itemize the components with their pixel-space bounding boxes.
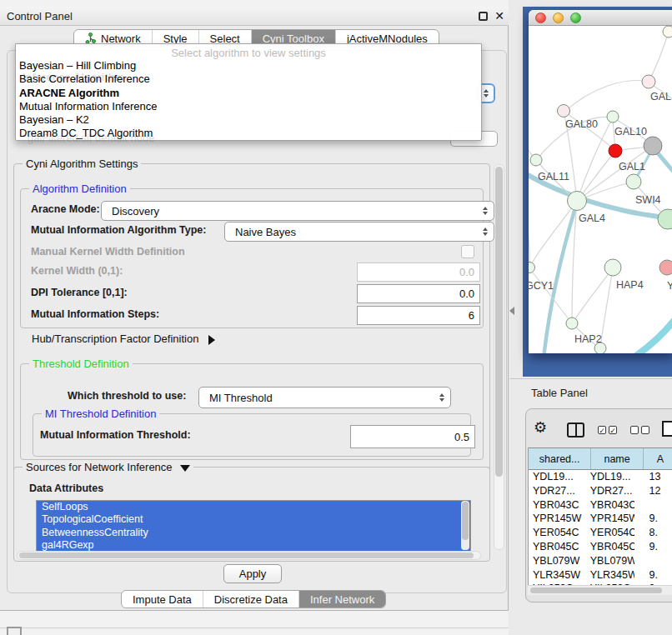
network-edge <box>573 268 613 322</box>
list-scrollbar[interactable] <box>461 501 469 550</box>
deselect-all-checkbox-icon[interactable] <box>641 426 649 434</box>
column-header[interactable]: A <box>644 448 672 469</box>
kernel-width-value: 0.0 <box>459 266 474 278</box>
network-node[interactable] <box>626 174 641 189</box>
table-cell: 12 <box>634 484 672 498</box>
cyni-mode-tabs: Impute DataDiscretize DataInfer Network <box>121 590 386 608</box>
network-node[interactable] <box>566 318 578 329</box>
table-row[interactable]: YPR145WYPR145W9. <box>529 512 672 526</box>
network-node[interactable] <box>604 259 621 276</box>
table-row[interactable]: YER054CYER054C8. <box>529 526 672 540</box>
settings-horizontal-scrollbar[interactable] <box>17 551 481 560</box>
network-node[interactable] <box>659 260 672 275</box>
network-node[interactable] <box>607 111 619 122</box>
splitter-collapse-icon[interactable] <box>509 307 514 315</box>
mi-type-value: Naive Bayes <box>235 226 296 238</box>
new-table-icon[interactable] <box>662 421 672 437</box>
float-window-icon[interactable] <box>479 12 488 21</box>
column-header[interactable]: shared... <box>529 448 591 469</box>
apply-button[interactable]: Apply <box>223 564 282 583</box>
table-panel-titlebar[interactable]: Table Panel <box>509 379 672 406</box>
threshold-definition-group: Threshold Definition Which threshold to … <box>20 363 484 460</box>
sources-title[interactable]: Sources for Network Inference <box>23 461 193 473</box>
network-node[interactable] <box>558 105 570 118</box>
attribute-list-item[interactable]: BetweennessCentrality <box>37 527 470 539</box>
manual-kernel-checkbox[interactable] <box>461 245 474 258</box>
network-node[interactable] <box>644 137 662 155</box>
control-panel-titlebar[interactable]: Control Panel <box>0 7 509 26</box>
column-header[interactable]: name <box>591 448 644 469</box>
table-cell: YBR043C <box>529 498 586 512</box>
node-label: SWI4 <box>635 194 661 206</box>
scrollbar-thumb[interactable] <box>530 588 662 593</box>
settings-vertical-scrollbar[interactable] <box>494 164 504 550</box>
show-columns-icon[interactable] <box>567 422 584 438</box>
network-node[interactable] <box>568 192 587 211</box>
which-threshold-value: MI Threshold <box>209 392 273 404</box>
close-traffic-light-icon[interactable] <box>535 12 546 23</box>
mi-steps-field[interactable]: 6 <box>357 306 480 325</box>
scrollbar-thumb[interactable] <box>19 552 474 558</box>
table-row[interactable]: YDL19...YDL19...13 <box>529 470 672 484</box>
table-row[interactable]: YBL079WYBL079W <box>529 554 672 568</box>
network-edge <box>600 268 613 348</box>
algorithm-option[interactable]: Bayesian – K2 <box>16 113 481 127</box>
mi-type-label: Mutual Information Algorithm Type: <box>31 224 206 236</box>
network-node[interactable] <box>609 144 622 158</box>
table-row[interactable]: YLR345WYLR345W9. <box>529 568 672 582</box>
group-title: Cyni Algorithm Settings <box>23 158 141 170</box>
mi-threshold-field[interactable]: 0.5 <box>350 425 475 448</box>
scrollbar-thumb[interactable] <box>462 502 469 540</box>
hub-definition-toggle[interactable]: Hub/Transcription Factor Definition <box>32 332 215 345</box>
network-edge <box>634 308 672 353</box>
zoom-traffic-light-icon[interactable] <box>570 12 581 23</box>
data-attributes-list[interactable]: SelfLoopsTopologicalCoefficientBetweenne… <box>36 500 471 553</box>
network-node[interactable] <box>529 262 535 273</box>
node-label: GAL4 <box>579 212 605 224</box>
tab-infer-network[interactable]: Infer Network <box>299 591 385 608</box>
mi-threshold-definition-title: MI Threshold Definition <box>42 408 159 420</box>
kernel-width-field[interactable]: 0.0 <box>357 262 480 282</box>
table-cell: YER054C <box>529 526 586 540</box>
tab-label: Discretize Data <box>214 593 288 606</box>
sources-title-label: Sources for Network Inference <box>26 461 173 473</box>
dpi-tolerance-value: 0.0 <box>459 288 474 300</box>
network-node[interactable] <box>530 154 542 166</box>
node-label: Y <box>667 280 672 292</box>
gear-icon[interactable]: ⚙ <box>534 420 547 435</box>
which-threshold-select[interactable]: MI Threshold <box>198 387 451 408</box>
minimize-traffic-light-icon[interactable] <box>553 12 564 23</box>
network-window-titlebar[interactable] <box>529 10 672 26</box>
scrollbar-thumb[interactable] <box>495 167 503 477</box>
algorithm-option[interactable]: ARACNE Algorithm <box>16 87 481 100</box>
attribute-list-item[interactable]: gal4RGexp <box>37 539 470 552</box>
table-row[interactable]: YDR27...YDR27...12 <box>529 484 672 498</box>
aracne-mode-select[interactable]: Discovery <box>101 201 494 221</box>
node-table: shared...nameA YDL19...YDL19...13YDR27..… <box>528 448 672 585</box>
table-horizontal-scrollbar[interactable] <box>528 585 672 595</box>
tab-impute-data[interactable]: Impute Data <box>122 591 203 608</box>
select-all-checkbox-icon[interactable]: ✓ <box>598 426 606 434</box>
network-node[interactable] <box>642 75 655 88</box>
table-row[interactable]: YBR043CYBR043C <box>529 498 672 512</box>
aracne-mode-label: Aracne Mode: <box>31 203 100 215</box>
screen: Control Panel ✕ NetworkStyleSelectCyni T… <box>0 0 672 635</box>
mi-type-select[interactable]: Naive Bayes <box>224 222 494 242</box>
network-node[interactable] <box>658 209 672 229</box>
panel-dock-icon[interactable] <box>7 627 22 635</box>
network-canvas[interactable]: GALGAL80GAL10GAL1GAL11SWI4GAL4GCY1HAP4YH… <box>529 26 672 353</box>
attribute-list-item[interactable]: TopologicalCoefficient <box>37 513 470 526</box>
select-all-checkbox-icon[interactable]: ✓ <box>609 426 617 434</box>
mi-threshold-value: 0.5 <box>454 431 469 443</box>
node-label: HAP4 <box>616 279 644 291</box>
tab-discretize-data[interactable]: Discretize Data <box>203 591 299 608</box>
table-row[interactable]: YBR045CYBR045C9. <box>529 540 672 554</box>
attribute-list-item[interactable]: SelfLoops <box>37 501 470 513</box>
control-panel-title: Control Panel <box>7 10 73 22</box>
table-cell <box>634 554 672 568</box>
network-node[interactable] <box>663 26 672 38</box>
close-icon[interactable]: ✕ <box>493 8 506 23</box>
algorithm-option[interactable]: Mutual Information Inference <box>16 100 481 113</box>
deselect-all-checkbox-icon[interactable] <box>630 426 639 434</box>
dpi-tolerance-field[interactable]: 0.0 <box>357 284 480 303</box>
